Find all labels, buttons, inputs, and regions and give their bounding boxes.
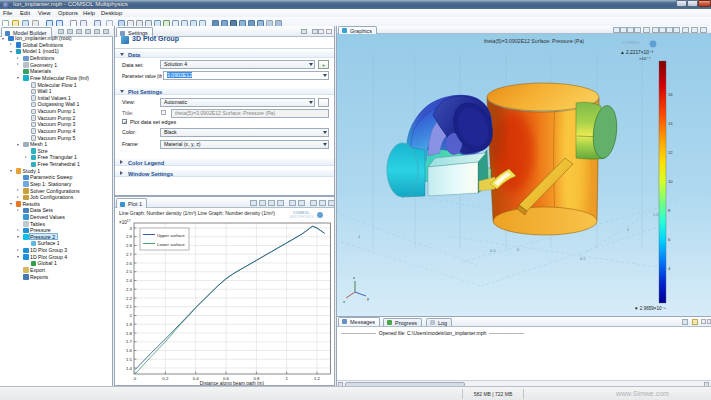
svg-text:1.5: 1.5 — [653, 213, 658, 217]
svg-text:COMSOL: COMSOL — [622, 40, 641, 45]
svg-text:1.4: 1.4 — [126, 366, 133, 371]
svg-text:▲ 2.2217×10⁻³: ▲ 2.2217×10⁻³ — [620, 50, 653, 55]
svg-text:2.7: 2.7 — [126, 252, 133, 257]
svg-text:2.4: 2.4 — [126, 278, 133, 283]
svg-text:x: x — [343, 299, 345, 304]
svg-text:1.2: 1.2 — [314, 376, 321, 381]
svg-text:10: 10 — [668, 179, 673, 184]
svg-text:z: z — [353, 275, 355, 280]
svg-text:theta(5)=3.0902E12 Surface: P: theta(5)=3.0902E12 Surface: Pressure (Pa… — [484, 38, 584, 44]
svg-text:1: 1 — [627, 228, 629, 232]
svg-text:1.5: 1.5 — [126, 357, 133, 362]
svg-text:-0.5: -0.5 — [489, 249, 496, 253]
svg-text:16: 16 — [668, 92, 673, 97]
svg-text:14: 14 — [668, 121, 673, 126]
svg-text:MULTIPHYSICS: MULTIPHYSICS — [290, 215, 313, 219]
svg-text:Distance along beam path (m): Distance along beam path (m) — [200, 381, 265, 386]
svg-text:Lower surface: Lower surface — [157, 242, 185, 247]
svg-text:2.3: 2.3 — [126, 287, 133, 292]
svg-text:2.8: 2.8 — [126, 243, 133, 248]
svg-text:Upper surface: Upper surface — [157, 233, 185, 238]
svg-text:2.5: 2.5 — [126, 269, 133, 274]
svg-text:0: 0 — [517, 248, 519, 252]
svg-text:y: y — [367, 296, 369, 301]
svg-text:0.5: 0.5 — [580, 257, 585, 261]
svg-text:1.7: 1.7 — [126, 339, 133, 344]
svg-text:0.4: 0.4 — [193, 376, 200, 381]
svg-text:12: 12 — [668, 150, 673, 155]
svg-text:Line Graph: Number density (1/: Line Graph: Number density (1/m³) Line G… — [119, 210, 275, 216]
svg-text:MULTIPHYSICS: MULTIPHYSICS — [618, 46, 644, 50]
svg-text:×10⁻⁴: ×10⁻⁴ — [639, 56, 651, 61]
svg-text:1.9: 1.9 — [126, 322, 133, 327]
svg-text:2.1: 2.1 — [126, 304, 133, 309]
svg-text:▼ 2.9659×10⁻⁸: ▼ 2.9659×10⁻⁸ — [634, 306, 666, 311]
svg-text:2.2: 2.2 — [126, 296, 133, 301]
svg-text:2.9: 2.9 — [126, 234, 133, 239]
svg-text:1.6: 1.6 — [126, 348, 133, 353]
svg-text:2.6: 2.6 — [126, 261, 133, 266]
svg-text:1.8: 1.8 — [126, 331, 133, 336]
svg-text:0.2: 0.2 — [162, 376, 169, 381]
svg-text:-1: -1 — [357, 235, 360, 239]
